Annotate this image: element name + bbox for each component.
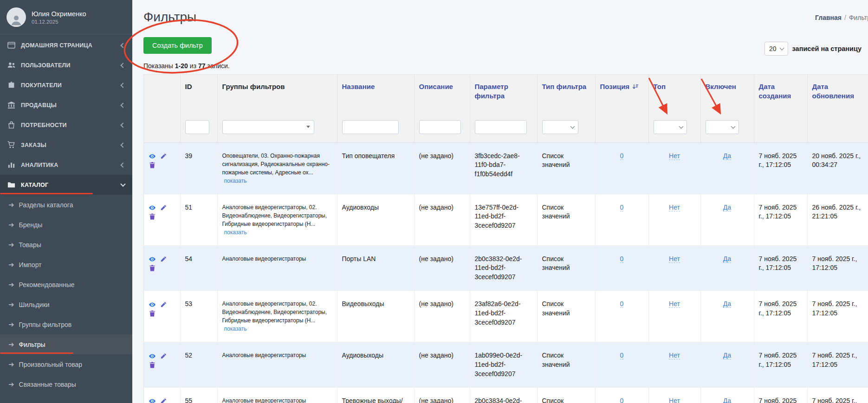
position-link[interactable]: 0 bbox=[620, 352, 624, 359]
edit-icon[interactable] bbox=[160, 301, 167, 308]
column-header-enabled[interactable]: Включен bbox=[700, 75, 754, 117]
arrow-right-icon: ➔ bbox=[8, 301, 14, 308]
position-link[interactable]: 0 bbox=[620, 300, 624, 308]
column-header-groups: Группы фильтров bbox=[217, 75, 337, 117]
edit-icon[interactable] bbox=[160, 397, 167, 403]
filter-top-select[interactable] bbox=[654, 120, 687, 134]
delete-icon[interactable] bbox=[149, 310, 156, 317]
sidebar-item-brands[interactable]: ➔ Бренды bbox=[0, 215, 132, 235]
sidebar-item-filter-groups[interactable]: ➔ Группы фильтров bbox=[0, 314, 132, 334]
edit-icon[interactable] bbox=[160, 204, 167, 211]
show-more-link[interactable]: показать bbox=[224, 178, 247, 184]
sidebar-item-needs[interactable]: ПОТРЕБНОСТИ bbox=[0, 115, 132, 135]
chevron-left-icon bbox=[120, 63, 125, 68]
filter-actions-cell bbox=[144, 117, 180, 143]
position-link[interactable]: 0 bbox=[620, 152, 624, 160]
filter-groups-select[interactable] bbox=[222, 120, 314, 134]
column-header-name[interactable]: Название bbox=[337, 75, 414, 117]
avatar[interactable] bbox=[6, 7, 26, 27]
cell-updated: 26 нояб. 2025 г., 21:21:05 bbox=[807, 194, 868, 245]
cell-groups: Аналоговые видеорегистраторы, 02. Видеон… bbox=[222, 204, 327, 227]
sidebar-item-home[interactable]: ДОМАШНЯЯ СТРАНИЦА bbox=[0, 35, 132, 55]
page-size-control: 20 записей на страницу bbox=[764, 42, 862, 56]
delete-icon[interactable] bbox=[149, 213, 156, 220]
filter-id-input[interactable] bbox=[185, 120, 209, 134]
chevron-left-icon bbox=[120, 142, 125, 147]
cell-type: Список значений bbox=[537, 388, 595, 403]
position-link[interactable]: 0 bbox=[620, 397, 624, 403]
show-more-link[interactable]: показать bbox=[224, 326, 247, 332]
delete-icon[interactable] bbox=[149, 264, 156, 272]
sidebar-item-filters[interactable]: ➔ Фильтры bbox=[0, 334, 132, 354]
filter-param-input[interactable] bbox=[475, 120, 527, 134]
column-header-position-label: Позиция bbox=[600, 83, 630, 90]
sidebar-item-catalog-sections[interactable]: ➔ Разделы каталога bbox=[0, 195, 132, 215]
top-link[interactable]: Нет bbox=[669, 204, 680, 211]
arrow-right-icon: ➔ bbox=[8, 321, 14, 328]
top-link[interactable]: Нет bbox=[669, 255, 680, 263]
breadcrumb: Главная/Фильтры bbox=[815, 14, 868, 21]
sidebar-item-catalog[interactable]: КАТАЛОГ bbox=[0, 175, 132, 195]
cell-groups: Аналоговые видеорегистраторы bbox=[222, 397, 306, 403]
view-icon[interactable] bbox=[149, 153, 156, 160]
top-link[interactable]: Нет bbox=[669, 152, 680, 160]
enabled-link[interactable]: Да bbox=[723, 397, 731, 403]
sidebar-item-sellers[interactable]: ПРОДАВЦЫ bbox=[0, 95, 132, 115]
sidebar-item-labels[interactable]: ➔ Шильдики bbox=[0, 294, 132, 314]
sidebar-item-label: КАТАЛОГ bbox=[21, 182, 116, 188]
sidebar-item-import[interactable]: ➔ Импорт bbox=[0, 255, 132, 275]
table-row: 53 Аналоговые видеорегистраторы, 02. Вид… bbox=[144, 291, 868, 342]
column-header-position[interactable]: Позиция bbox=[595, 75, 648, 117]
enabled-link[interactable]: Да bbox=[723, 255, 731, 263]
chevron-left-icon bbox=[120, 83, 125, 88]
show-more-link[interactable]: показать bbox=[224, 229, 247, 236]
sidebar-item-products[interactable]: ➔ Товары bbox=[0, 235, 132, 255]
user-date: 01.12.2025 bbox=[32, 19, 86, 25]
page-size-select[interactable]: 20 bbox=[764, 42, 788, 56]
sidebar-item-recommended[interactable]: ➔ Рекомендованные bbox=[0, 275, 132, 294]
cell-id: 52 bbox=[180, 342, 217, 388]
view-icon[interactable] bbox=[149, 256, 156, 263]
view-icon[interactable] bbox=[149, 352, 156, 360]
sidebar-item-orders[interactable]: ЗАКАЗЫ bbox=[0, 135, 132, 155]
filter-enabled-select[interactable] bbox=[706, 120, 739, 134]
delete-icon[interactable] bbox=[149, 361, 156, 369]
top-link[interactable]: Нет bbox=[669, 397, 680, 403]
column-header-updated[interactable]: Дата обновления bbox=[807, 75, 868, 117]
delete-icon[interactable] bbox=[149, 161, 156, 169]
cell-updated: 7 нояб. 2025 г., 17:12:05 bbox=[807, 291, 868, 342]
sidebar-item-label: ПОТРЕБНОСТИ bbox=[21, 122, 116, 128]
column-header-top[interactable]: Топ bbox=[648, 75, 700, 117]
enabled-link[interactable]: Да bbox=[723, 352, 731, 359]
filter-type-select[interactable] bbox=[542, 120, 578, 134]
sidebar-item-users[interactable]: ПОЛЬЗОВАТЕЛИ bbox=[0, 55, 132, 75]
breadcrumb-home-link[interactable]: Главная bbox=[815, 14, 842, 21]
edit-icon[interactable] bbox=[160, 153, 167, 160]
view-icon[interactable] bbox=[149, 301, 156, 308]
create-filter-button[interactable]: Создать фильтр bbox=[143, 37, 212, 54]
top-link[interactable]: Нет bbox=[669, 300, 680, 308]
edit-icon[interactable] bbox=[160, 352, 167, 360]
column-header-type[interactable]: Тип фильтра bbox=[537, 75, 595, 117]
sidebar-item-custom-product[interactable]: ➔ Произвольный товар bbox=[0, 354, 132, 374]
column-header-created[interactable]: Дата создания bbox=[754, 75, 807, 117]
position-link[interactable]: 0 bbox=[620, 255, 624, 263]
filter-name-input[interactable] bbox=[342, 120, 399, 134]
view-icon[interactable] bbox=[149, 397, 156, 403]
edit-icon[interactable] bbox=[160, 256, 167, 263]
enabled-link[interactable]: Да bbox=[723, 300, 731, 308]
filter-description-input[interactable] bbox=[419, 120, 461, 134]
enabled-link[interactable]: Да bbox=[723, 204, 731, 211]
chevron-down-icon bbox=[779, 46, 784, 51]
view-icon[interactable] bbox=[149, 204, 156, 211]
column-header-param[interactable]: Параметр фильтра bbox=[470, 75, 537, 117]
table-row: 39 Оповещатели, 03. Охранно-пожарная сиг… bbox=[144, 142, 868, 194]
sidebar-item-analytics[interactable]: АНАЛИТИКА bbox=[0, 155, 132, 175]
column-header-description[interactable]: Описание bbox=[414, 75, 470, 117]
sidebar-item-buyers[interactable]: ПОКУПАТЕЛИ bbox=[0, 75, 132, 95]
enabled-link[interactable]: Да bbox=[723, 152, 731, 160]
top-link[interactable]: Нет bbox=[669, 352, 680, 359]
sidebar-item-related-products[interactable]: ➔ Связанные товары bbox=[0, 374, 132, 394]
user-name: Юлия Охрименко bbox=[32, 10, 86, 18]
position-link[interactable]: 0 bbox=[620, 204, 624, 211]
